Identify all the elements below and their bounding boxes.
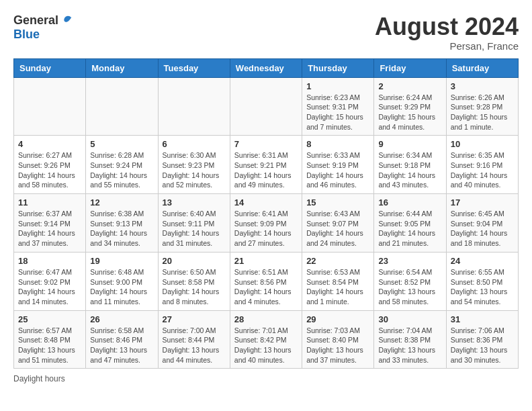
day-number: 1 [306,81,369,91]
day-info: Sunrise: 6:31 AM Sunset: 9:21 PM Dayligh… [234,150,298,190]
day-info: Sunrise: 6:55 AM Sunset: 8:50 PM Dayligh… [451,267,514,307]
day-number: 5 [90,139,153,149]
day-info: Sunrise: 6:24 AM Sunset: 9:29 PM Dayligh… [378,93,441,132]
logo-general: General [13,13,58,28]
calendar-cell: 27Sunrise: 7:00 AM Sunset: 8:44 PM Dayli… [158,310,230,369]
page-header: General Blue August 2024 Persan, France [13,13,519,52]
day-info: Sunrise: 6:53 AM Sunset: 8:54 PM Dayligh… [306,267,369,307]
day-number: 27 [163,314,226,324]
footer: Daylight hours [13,374,519,383]
day-number: 12 [90,197,153,208]
day-info: Sunrise: 7:00 AM Sunset: 8:44 PM Dayligh… [163,326,226,365]
day-number: 14 [234,197,298,208]
calendar-cell: 2Sunrise: 6:24 AM Sunset: 9:29 PM Daylig… [374,77,446,136]
calendar-cell: 16Sunrise: 6:44 AM Sunset: 9:05 PM Dayli… [374,194,446,253]
footer-label: Daylight hours [13,374,65,383]
day-number: 22 [306,256,369,266]
calendar-header-row: SundayMondayTuesdayWednesdayThursdayFrid… [14,58,519,77]
calendar-cell: 1Sunrise: 6:23 AM Sunset: 9:31 PM Daylig… [302,77,374,136]
calendar-cell: 10Sunrise: 6:35 AM Sunset: 9:16 PM Dayli… [446,136,518,194]
calendar-cell: 3Sunrise: 6:26 AM Sunset: 9:28 PM Daylig… [446,77,518,136]
day-number: 16 [378,197,441,208]
calendar-cell: 18Sunrise: 6:47 AM Sunset: 9:02 PM Dayli… [14,252,86,310]
day-number: 18 [18,256,81,266]
day-info: Sunrise: 6:44 AM Sunset: 9:05 PM Dayligh… [378,209,441,248]
calendar-cell: 8Sunrise: 6:33 AM Sunset: 9:19 PM Daylig… [302,136,374,194]
header-monday: Monday [86,58,158,77]
calendar-cell: 4Sunrise: 6:27 AM Sunset: 9:26 PM Daylig… [14,136,86,194]
day-info: Sunrise: 7:01 AM Sunset: 8:42 PM Dayligh… [234,326,298,365]
day-number: 21 [234,256,298,266]
month-year-title: August 2024 [375,13,519,40]
day-number: 10 [451,139,514,149]
day-number: 2 [378,81,441,91]
calendar-cell: 30Sunrise: 7:04 AM Sunset: 8:38 PM Dayli… [374,310,446,369]
day-info: Sunrise: 6:41 AM Sunset: 9:09 PM Dayligh… [234,209,298,248]
calendar-cell: 22Sunrise: 6:53 AM Sunset: 8:54 PM Dayli… [302,252,374,310]
day-number: 29 [306,314,369,324]
calendar-cell: 28Sunrise: 7:01 AM Sunset: 8:42 PM Dayli… [230,310,302,369]
day-info: Sunrise: 6:54 AM Sunset: 8:52 PM Dayligh… [378,267,441,307]
day-number: 11 [18,197,81,208]
week-row-2: 4Sunrise: 6:27 AM Sunset: 9:26 PM Daylig… [14,136,519,194]
calendar-cell: 25Sunrise: 6:57 AM Sunset: 8:48 PM Dayli… [14,310,86,369]
day-info: Sunrise: 6:38 AM Sunset: 9:13 PM Dayligh… [90,209,153,248]
day-info: Sunrise: 7:03 AM Sunset: 8:40 PM Dayligh… [306,326,369,365]
day-info: Sunrise: 6:48 AM Sunset: 9:00 PM Dayligh… [90,267,153,307]
calendar-cell: 11Sunrise: 6:37 AM Sunset: 9:14 PM Dayli… [14,194,86,253]
day-number: 19 [90,256,153,266]
week-row-4: 18Sunrise: 6:47 AM Sunset: 9:02 PM Dayli… [14,252,519,310]
calendar-cell: 20Sunrise: 6:50 AM Sunset: 8:58 PM Dayli… [158,252,230,310]
day-info: Sunrise: 6:43 AM Sunset: 9:07 PM Dayligh… [306,209,369,248]
calendar-cell: 5Sunrise: 6:28 AM Sunset: 9:24 PM Daylig… [86,136,158,194]
calendar-cell: 29Sunrise: 7:03 AM Sunset: 8:40 PM Dayli… [302,310,374,369]
calendar-cell: 14Sunrise: 6:41 AM Sunset: 9:09 PM Dayli… [230,194,302,253]
calendar-cell: 7Sunrise: 6:31 AM Sunset: 9:21 PM Daylig… [230,136,302,194]
day-info: Sunrise: 6:26 AM Sunset: 9:28 PM Dayligh… [451,93,514,132]
day-number: 23 [378,256,441,266]
day-number: 17 [451,197,514,208]
logo-blue: Blue [13,28,40,42]
calendar-cell [158,77,230,136]
day-number: 25 [18,314,81,324]
calendar-cell: 19Sunrise: 6:48 AM Sunset: 9:00 PM Dayli… [86,252,158,310]
calendar-cell: 15Sunrise: 6:43 AM Sunset: 9:07 PM Dayli… [302,194,374,253]
header-friday: Friday [374,58,446,77]
day-info: Sunrise: 6:58 AM Sunset: 8:46 PM Dayligh… [90,326,153,365]
calendar-cell: 24Sunrise: 6:55 AM Sunset: 8:50 PM Dayli… [446,252,518,310]
day-info: Sunrise: 6:23 AM Sunset: 9:31 PM Dayligh… [306,93,369,132]
calendar-cell: 12Sunrise: 6:38 AM Sunset: 9:13 PM Dayli… [86,194,158,253]
calendar-cell [230,77,302,136]
day-number: 13 [163,197,226,208]
calendar-cell [86,77,158,136]
day-info: Sunrise: 6:57 AM Sunset: 8:48 PM Dayligh… [18,326,81,365]
day-number: 9 [378,139,441,149]
title-block: August 2024 Persan, France [375,13,519,52]
calendar-cell: 9Sunrise: 6:34 AM Sunset: 9:18 PM Daylig… [374,136,446,194]
day-info: Sunrise: 6:30 AM Sunset: 9:23 PM Dayligh… [163,150,226,190]
day-number: 6 [163,139,226,149]
day-info: Sunrise: 6:28 AM Sunset: 9:24 PM Dayligh… [90,150,153,190]
day-info: Sunrise: 6:45 AM Sunset: 9:04 PM Dayligh… [451,209,514,248]
day-info: Sunrise: 6:51 AM Sunset: 8:56 PM Dayligh… [234,267,298,307]
week-row-5: 25Sunrise: 6:57 AM Sunset: 8:48 PM Dayli… [14,310,519,369]
logo: General Blue [13,13,73,42]
day-number: 31 [451,314,514,324]
day-number: 15 [306,197,369,208]
day-info: Sunrise: 6:35 AM Sunset: 9:16 PM Dayligh… [451,150,514,190]
calendar-cell: 26Sunrise: 6:58 AM Sunset: 8:46 PM Dayli… [86,310,158,369]
day-info: Sunrise: 6:33 AM Sunset: 9:19 PM Dayligh… [306,150,369,190]
location-subtitle: Persan, France [375,40,519,52]
day-number: 20 [163,256,226,266]
calendar-cell: 31Sunrise: 7:06 AM Sunset: 8:36 PM Dayli… [446,310,518,369]
day-number: 28 [234,314,298,324]
header-wednesday: Wednesday [230,58,302,77]
day-number: 3 [451,81,514,91]
header-thursday: Thursday [302,58,374,77]
day-number: 8 [306,139,369,149]
day-info: Sunrise: 7:04 AM Sunset: 8:38 PM Dayligh… [378,326,441,365]
calendar-cell: 13Sunrise: 6:40 AM Sunset: 9:11 PM Dayli… [158,194,230,253]
day-info: Sunrise: 6:40 AM Sunset: 9:11 PM Dayligh… [163,209,226,248]
header-tuesday: Tuesday [158,58,230,77]
calendar-cell [14,77,86,136]
